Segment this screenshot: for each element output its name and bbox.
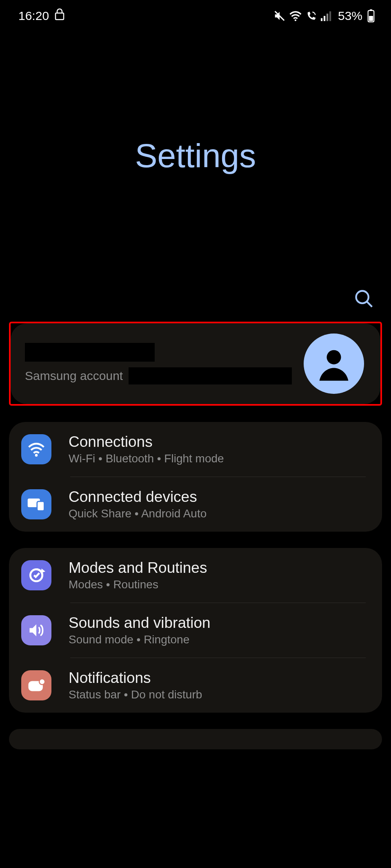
svg-rect-8 xyxy=(370,9,372,11)
wifi-calling-icon xyxy=(305,10,318,22)
settings-item-sub: Modes • Routines xyxy=(69,578,207,591)
search-button[interactable] xyxy=(353,288,375,309)
svg-point-13 xyxy=(35,454,38,457)
settings-item-sub: Quick Share • Android Auto xyxy=(69,507,207,520)
settings-group-next xyxy=(9,729,382,749)
sound-icon xyxy=(21,615,51,645)
settings-group-connections: Connections Wi-Fi • Bluetooth • Flight m… xyxy=(9,422,382,532)
account-email-redacted xyxy=(129,367,292,384)
svg-rect-0 xyxy=(56,13,64,20)
svg-point-10 xyxy=(356,291,369,303)
settings-item-notifications[interactable]: Notifications Status bar • Do not distur… xyxy=(9,658,382,713)
settings-item-sub: Status bar • Do not disturb xyxy=(69,688,202,701)
settings-group-system: Modes and Routines Modes • Routines Soun… xyxy=(9,548,382,713)
notifications-icon xyxy=(21,670,51,700)
settings-item-title: Connections xyxy=(69,433,224,451)
settings-item-connections[interactable]: Connections Wi-Fi • Bluetooth • Flight m… xyxy=(9,422,382,477)
status-bar: 16:20 53% xyxy=(0,0,391,23)
lock-icon xyxy=(55,8,64,23)
battery-icon xyxy=(367,9,375,22)
routines-icon xyxy=(21,560,51,590)
svg-rect-4 xyxy=(324,16,325,21)
settings-item-sub: Sound mode • Ringtone xyxy=(69,633,211,646)
settings-item-title: Notifications xyxy=(69,669,202,687)
account-label: Samsung account xyxy=(25,369,123,383)
samsung-account-card[interactable]: Samsung account xyxy=(9,322,382,406)
settings-item-connected-devices[interactable]: Connected devices Quick Share • Android … xyxy=(9,477,382,532)
svg-rect-5 xyxy=(327,13,328,21)
avatar xyxy=(304,334,364,394)
svg-point-2 xyxy=(295,19,296,21)
battery-percent: 53% xyxy=(338,9,362,23)
svg-point-12 xyxy=(327,350,341,364)
devices-icon xyxy=(21,489,51,519)
svg-rect-15 xyxy=(37,501,44,511)
wifi-icon xyxy=(21,434,51,464)
mute-icon xyxy=(273,10,286,22)
clock: 16:20 xyxy=(18,9,49,23)
svg-point-19 xyxy=(39,679,45,685)
svg-marker-17 xyxy=(41,569,45,573)
settings-item-title: Connected devices xyxy=(69,488,207,506)
settings-item-title: Sounds and vibration xyxy=(69,614,211,632)
settings-item-sub: Wi-Fi • Bluetooth • Flight mode xyxy=(69,452,224,465)
settings-item-title: Modes and Routines xyxy=(69,559,207,576)
settings-item-sounds[interactable]: Sounds and vibration Sound mode • Ringto… xyxy=(9,603,382,658)
svg-rect-9 xyxy=(369,16,373,21)
settings-item-modes[interactable]: Modes and Routines Modes • Routines xyxy=(9,548,382,603)
svg-line-11 xyxy=(367,302,372,307)
svg-rect-3 xyxy=(321,18,322,21)
wifi-icon xyxy=(289,10,302,22)
page-title: Settings xyxy=(135,137,256,175)
signal-icon xyxy=(321,11,332,21)
account-name-redacted xyxy=(25,343,155,362)
svg-rect-6 xyxy=(329,11,331,21)
page-header: Settings xyxy=(0,23,391,288)
